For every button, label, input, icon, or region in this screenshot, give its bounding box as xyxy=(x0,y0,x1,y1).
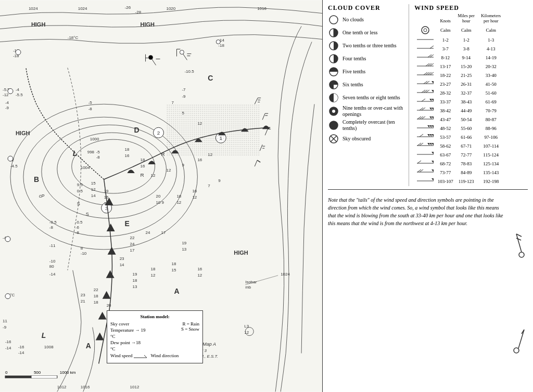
cloud-row-four: Four tenths xyxy=(328,53,403,64)
svg-line-219 xyxy=(428,63,432,66)
svg-text:17: 17 xyxy=(161,230,166,235)
svg-text:12: 12 xyxy=(197,121,202,126)
svg-text:14: 14 xyxy=(91,193,96,198)
cloud-symbol-obscured xyxy=(328,133,339,145)
svg-text:12: 12 xyxy=(91,187,96,192)
svg-point-138 xyxy=(180,50,184,54)
svg-text:24: 24 xyxy=(130,242,135,246)
svg-text:D: D xyxy=(134,126,139,134)
wind-row-3-7: 3-7 3-8 4-13 xyxy=(414,45,528,53)
cloud-symbol-six xyxy=(328,79,339,90)
svg-text:-0.5: -0.5 xyxy=(49,220,57,225)
svg-point-141 xyxy=(16,49,21,55)
svg-text:2: 2 xyxy=(157,130,160,136)
svg-text:9: 9 xyxy=(182,163,184,167)
cloud-symbol-complete xyxy=(328,120,339,131)
svg-text:R: R xyxy=(141,172,144,178)
svg-rect-72 xyxy=(166,104,260,156)
svg-point-142 xyxy=(8,88,13,94)
cloud-label-five: Five tenths xyxy=(342,69,365,75)
svg-text:S: S xyxy=(77,201,80,206)
svg-text:998: 998 xyxy=(87,150,95,154)
svg-text:20: 20 xyxy=(156,194,161,199)
wind-symbol-northwest xyxy=(511,324,527,356)
wind-row-48-52: 48-52 55-60 88-96 xyxy=(414,124,528,133)
svg-marker-288 xyxy=(423,178,425,181)
cloud-symbol-four xyxy=(328,53,339,64)
svg-line-263 xyxy=(420,143,423,146)
wind-row-33-37: 33-37 38-43 61-69 xyxy=(414,98,528,106)
svg-text:18: 18 xyxy=(141,158,145,162)
wind-row-43-47: 43-47 50-54 80-87 xyxy=(414,115,528,124)
svg-text:1024: 1024 xyxy=(78,6,87,11)
svg-marker-236 xyxy=(432,99,434,101)
svg-marker-246 xyxy=(429,116,432,119)
wind-header-kph: Kilometers per hour xyxy=(478,13,504,23)
svg-text:16: 16 xyxy=(192,189,197,193)
note-symbols xyxy=(510,196,528,388)
svg-marker-262 xyxy=(427,143,429,146)
svg-line-223 xyxy=(428,72,432,75)
svg-text:-7: -7 xyxy=(182,87,186,92)
svg-text:-5: -5 xyxy=(96,150,100,154)
svg-line-264 xyxy=(417,143,421,146)
svg-marker-253 xyxy=(427,125,429,128)
cloud-cover-section: CLOUD COVER No clouds xyxy=(328,4,409,186)
cloud-row-six: Six tenths xyxy=(328,79,403,90)
svg-marker-245 xyxy=(432,116,434,119)
cloud-cover-title: CLOUD COVER xyxy=(328,4,403,12)
svg-rect-150 xyxy=(31,375,57,378)
svg-text:-5.5: -5.5 xyxy=(16,93,23,97)
svg-text:13: 13 xyxy=(133,284,137,289)
svg-line-213 xyxy=(430,46,434,48)
cloud-row-nine-over: Nine tenths or over-cast with openings xyxy=(328,105,403,117)
cloud-label-two-three: Two tenths or three tenths xyxy=(342,43,397,49)
legend-top: CLOUD COVER No clouds xyxy=(328,4,528,190)
cloud-symbol-seven-eight xyxy=(328,92,339,103)
svg-text:0: 0 xyxy=(5,370,8,375)
svg-text:-9: -9 xyxy=(182,94,186,99)
wind-symbol-south xyxy=(511,229,527,260)
svg-text:7: 7 xyxy=(208,184,210,188)
svg-line-258 xyxy=(420,134,423,137)
svg-marker-280 xyxy=(425,169,427,172)
svg-text:12: 12 xyxy=(197,273,202,278)
svg-marker-278 xyxy=(429,169,432,172)
svg-marker-284 xyxy=(432,178,434,181)
svg-text:16: 16 xyxy=(141,164,145,168)
svg-marker-273 xyxy=(427,161,429,163)
svg-text:A: A xyxy=(86,342,91,350)
svg-text:18: 18 xyxy=(125,147,130,152)
svg-text:1004: 1004 xyxy=(81,165,90,170)
legend-area: CLOUD COVER No clouds xyxy=(323,0,533,392)
svg-marker-269 xyxy=(425,152,427,154)
svg-line-238 xyxy=(422,99,425,101)
svg-point-205 xyxy=(329,121,338,129)
svg-text:-10: -10 xyxy=(49,259,56,264)
svg-text:16: 16 xyxy=(197,267,202,271)
svg-text:12: 12 xyxy=(208,152,212,157)
svg-text:-6: -6 xyxy=(75,225,80,230)
wind-header-mph: Miles per hour xyxy=(454,13,478,23)
svg-text:19: 19 xyxy=(133,272,137,277)
svg-line-216 xyxy=(428,55,432,57)
svg-text:E: E xyxy=(125,219,130,228)
svg-text:cP: cP xyxy=(39,193,44,199)
svg-text:12: 12 xyxy=(151,273,156,278)
wind-speed-section: WIND SPEED Knots Miles per hour Kilomete… xyxy=(409,4,528,186)
svg-text:1012: 1012 xyxy=(130,385,139,389)
svg-marker-277 xyxy=(432,169,434,172)
svg-line-282 xyxy=(417,169,421,172)
svg-point-144 xyxy=(5,237,10,242)
svg-text:22: 22 xyxy=(94,288,98,292)
svg-text:-10.5: -10.5 xyxy=(184,69,194,74)
svg-text:-18°C: -18°C xyxy=(68,35,79,40)
wind-row-58-62: 58-62 67-71 107-114 xyxy=(414,142,528,150)
svg-text:-4.5: -4.5 xyxy=(10,164,18,168)
svg-text:1024: 1024 xyxy=(29,6,38,11)
wind-row-8-12: 8-12 9-14 14-19 xyxy=(414,54,528,62)
svg-marker-285 xyxy=(429,178,432,181)
svg-line-290 xyxy=(516,234,522,252)
svg-marker-261 xyxy=(429,143,432,146)
wind-row-28-32: 28-32 32-37 51-60 xyxy=(414,89,528,97)
